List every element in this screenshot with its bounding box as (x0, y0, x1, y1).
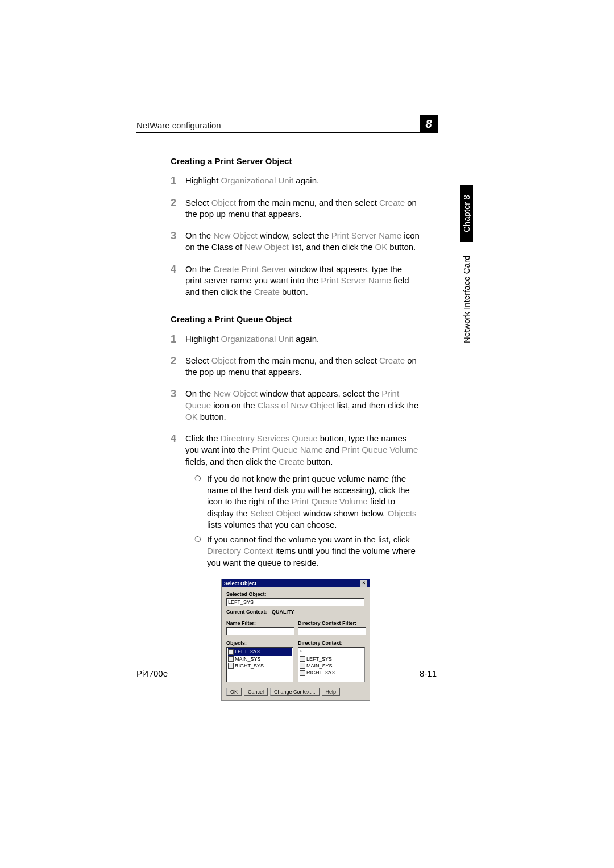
page-footer: Pi4700e 8-11 (136, 665, 437, 678)
cancel-button[interactable]: Cancel (244, 688, 268, 696)
name-filter-label: Name Filter: (226, 620, 293, 627)
sub-item-2: If you cannot find the volume you want i… (194, 534, 421, 569)
steps-print-queue: Highlight Organizational Unit again. Sel… (171, 333, 421, 569)
help-button[interactable]: Help (322, 688, 341, 696)
volume-icon (228, 656, 234, 662)
dir-filter-label: Directory Context Filter: (298, 620, 365, 627)
step-1: Highlight Organizational Unit again. (171, 333, 421, 345)
dialog-titlebar: Select Object × (222, 579, 370, 587)
change-context-button[interactable]: Change Context... (270, 688, 320, 696)
volume-icon (300, 656, 305, 662)
heading-create-print-server: Creating a Print Server Object (171, 156, 421, 167)
step-1: Highlight Organizational Unit again. (171, 175, 421, 186)
close-icon[interactable]: × (360, 580, 367, 587)
dialog-title: Select Object (224, 580, 256, 587)
step-3: On the New Object window, select the Pri… (171, 230, 421, 253)
sub-item-1: If you do not know the print queue volum… (194, 473, 421, 531)
side-chapter-label: Chapter 8 (460, 185, 473, 242)
page-header: NetWare configuration 8 (136, 120, 432, 133)
footer-model: Pi4700e (136, 669, 168, 678)
heading-create-print-queue: Creating a Print Queue Object (171, 314, 421, 325)
current-context-label: Current Context: (226, 609, 267, 615)
step-4: Click the Directory Services Queue butto… (171, 433, 421, 569)
dir-context-label: Directory Context: (298, 640, 365, 646)
current-context-value: QUALITY (272, 609, 294, 615)
side-card-label: Network Interface Card (460, 245, 473, 353)
selected-object-field[interactable]: LEFT_SYS (226, 598, 364, 606)
content-area: NetWare configuration 8 Creating a Print… (136, 120, 426, 701)
sub-list: If you do not know the print queue volum… (185, 473, 421, 569)
chapter-number: 8 (420, 115, 438, 133)
volume-icon (228, 649, 234, 655)
ok-button[interactable]: OK (226, 688, 242, 696)
step-2: Select Object from the main menu, and th… (171, 355, 421, 378)
name-filter-field[interactable] (226, 627, 294, 635)
section-title: NetWare configuration (136, 120, 221, 130)
steps-print-server: Highlight Organizational Unit again. Sel… (171, 175, 421, 298)
step-2: Select Object from the main menu, and th… (171, 197, 421, 220)
page: Chapter 8 Network Interface Card NetWare… (0, 0, 614, 868)
footer-page-number: 8-11 (420, 669, 437, 678)
dialog-button-row: OK Cancel Change Context... Help (226, 688, 365, 696)
select-object-dialog: Select Object × Selected Object: LEFT_SY… (221, 579, 370, 702)
dir-filter-field[interactable] (298, 627, 366, 635)
dialog-body: Selected Object: LEFT_SYS Current Contex… (222, 587, 370, 701)
step-3: On the New Object window that appears, s… (171, 388, 421, 423)
objects-label: Objects: (226, 640, 293, 646)
selected-object-label: Selected Object: (226, 591, 365, 598)
step-4: On the Create Print Server window that a… (171, 264, 421, 298)
body: Creating a Print Server Object Highlight… (171, 156, 421, 701)
